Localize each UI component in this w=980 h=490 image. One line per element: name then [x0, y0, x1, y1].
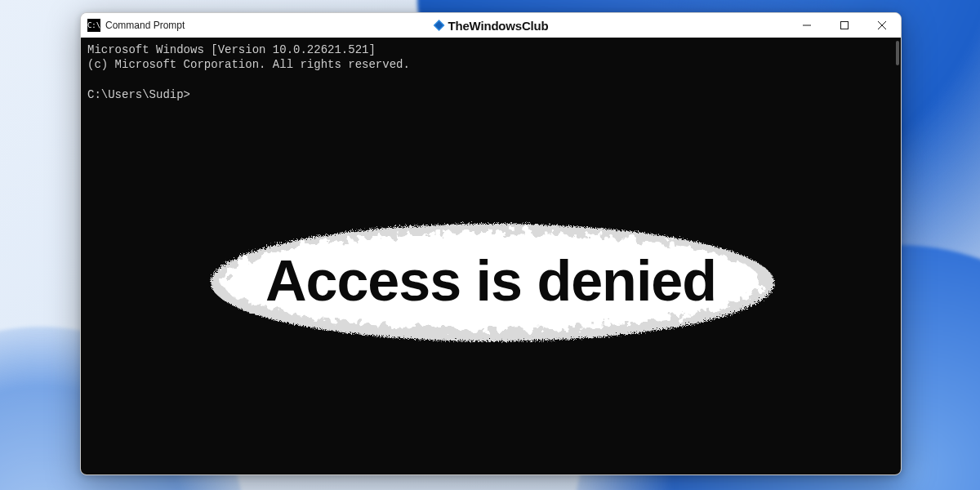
- brand-text: TheWindowsClub: [448, 19, 549, 33]
- close-button[interactable]: [863, 13, 901, 38]
- brand: TheWindowsClub: [434, 19, 549, 33]
- scrollbar-thumb[interactable]: [896, 41, 899, 65]
- titlebar[interactable]: C:\ Command Prompt TheWindowsClub: [81, 13, 901, 38]
- terminal-prompt: C:\Users\Sudip>: [87, 87, 894, 102]
- window-title: Command Prompt: [105, 20, 185, 31]
- terminal-output-line: Microsoft Windows [Version 10.0.22621.52…: [87, 42, 894, 57]
- terminal-blank-line: [87, 72, 894, 87]
- command-prompt-window: C:\ Command Prompt TheWindowsClub: [80, 12, 902, 475]
- terminal-area[interactable]: Microsoft Windows [Version 10.0.22621.52…: [81, 38, 901, 474]
- thewindowsclub-logo-icon: [434, 20, 445, 31]
- svg-rect-3: [841, 22, 849, 29]
- maximize-button[interactable]: [826, 13, 863, 38]
- window-controls: [788, 13, 901, 38]
- minimize-button[interactable]: [788, 13, 826, 38]
- titlebar-left: C:\ Command Prompt: [81, 19, 185, 32]
- terminal-output-line: (c) Microsoft Corporation. All rights re…: [87, 57, 894, 72]
- command-prompt-icon: C:\: [87, 19, 100, 32]
